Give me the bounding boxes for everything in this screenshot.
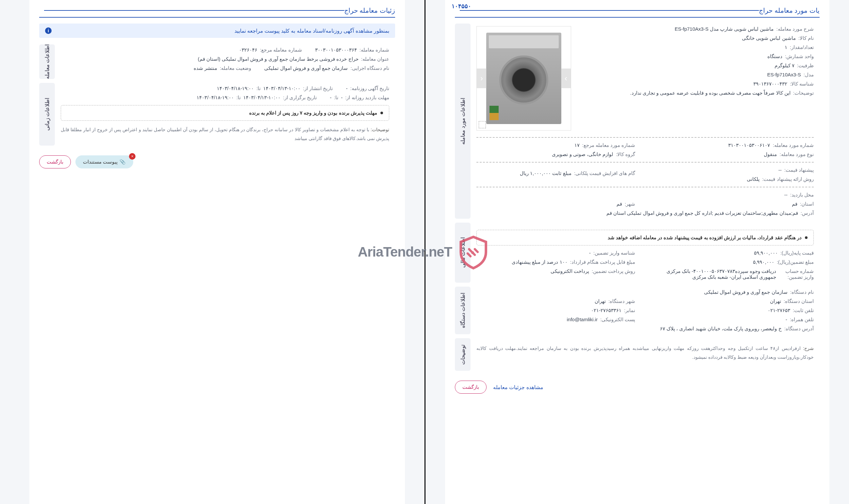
header-line [460,10,759,11]
field: استان دستگاه:تهران [655,298,814,304]
divider [476,137,814,138]
field: وضعیت معامله:منتشر شده [194,65,251,71]
field: تلفن همراه:- [655,317,814,323]
view-details-link[interactable]: مشاهده جزئیات معامله [493,384,543,391]
header-title: زئیات معامله حراج [344,6,395,14]
header-title: یات مورد معامله حراج [759,6,819,14]
bullet-icon [381,112,383,114]
tab-financial: اطلاعات مالی [455,222,471,283]
field: شماره مورد معامله مرجع:۱۷ [476,142,635,148]
tab-item-info: اطلاعات مورد معامله [455,23,471,219]
field: شماره حساب واریز تضمین:دریافت وجوه سپرده… [655,268,814,280]
attach-label: پیوست مستندات [83,159,118,165]
field: تلفن ثابت:۰۲۱-۲۷۶۵۳ [655,307,814,313]
field: روش ارائه پیشنهاد قیمت:پلکانی [655,176,814,182]
page-number: ۱۰۴۵۵۰ [452,3,471,10]
field: گام های افزایش قیمت پلکانی:مبلغ ثابت ۱,۰… [476,170,635,176]
field: تعداد/مقدار:۱ [581,44,814,50]
field: تاریخ انتشار از:۱۴۰۳/۰۴/۱۳-۱۰:۰۰ تا: ۱۴۰… [217,86,333,91]
product-image[interactable]: ‹ › [476,26,571,130]
divider [476,187,814,187]
header-line [44,10,344,11]
field: توضیحات:این کالا صرفاً جهت مصرف شخصی بود… [581,90,814,96]
expand-icon[interactable] [479,121,486,128]
field: نام دستگاه:سازمان جمع آوری و فروش اموال … [476,289,814,295]
field: روش پرداخت تضمین:پرداخت الکترونیکی [476,268,635,274]
deadline-box: مهلت پذیرش برنده بودن و واریز وجه ۷ روز … [61,105,389,121]
banner-text: بمنظور مشاهده آگهی روزنامه/اسناد معامله … [234,28,389,34]
field: پست الکترونیکی:info@tamliki.ir [476,317,635,323]
image-next-icon[interactable]: › [561,69,571,88]
explain-note: شرح: ازفرادیس از۴۸ ساعت ازتکمیل وجه وحدا… [476,344,814,361]
deadline-text: مهلت پذیرش برنده بودن و واریز وجه ۷ روز … [249,110,377,116]
field: مدل:ES-fp710Ax3-S [581,72,814,78]
info-banner: بمنظور مشاهده آگهی روزنامه/اسناد معامله … [39,23,395,38]
field: تاریخ برگزاری از:۱۴۰۳/۰۴/۱۳-۱۰:۰۰ تا: ۱۴… [197,95,317,101]
field: آدرس دستگاه:خ ولیعصر، روبروی پارک ملت، خ… [476,326,814,332]
field: استان:قم [655,201,814,207]
field: مبلغ تضمین(ریال):۵,۹۹۰,۰۰۰ [655,259,814,265]
back-button[interactable]: بازگشت [39,156,71,168]
divider [476,162,814,163]
vat-text: در هنگام عقد قرارداد، مالیات بر ارزش افز… [608,235,802,240]
back-button[interactable]: بازگشت [455,381,487,394]
field: شرح مورد معامله:ماشین لباس شویی شارپ مدل… [581,26,814,32]
section-header-left: زئیات معامله حراج [39,6,395,18]
field: نوع مورد معامله:منقول [655,151,814,157]
field: گروه کالا:لوازم خانگی، صوتی و تصویری [476,151,635,157]
image-prev-icon[interactable]: ‹ [477,69,487,88]
field: نام دستگاه اجرایی:سازمان جمع آوری و فروش… [264,65,389,71]
field: آدرس:قم;میدان مطهری;ساختمان تعزیرات قدیم… [476,210,814,216]
field: قیمت پایه(ریال):۵۹,۹۰۰,۰۰۰ [655,250,814,256]
field: محل بازدید:-- [476,192,814,198]
field: شماره معامله:۳۰۰۳۰۰۱۰۵۳۰۰۰۳۶۴ [315,47,389,53]
tab-explain: توضیحات [455,338,471,371]
field: تاریخ آگهی روزنامه:- [346,86,389,91]
washing-machine-photo [486,33,561,124]
close-badge-icon[interactable]: × [129,153,136,160]
field: عنوان معامله:حراج خرده فروشی برخط سازمان… [61,56,389,62]
attachments-button[interactable]: 📎 پیوست مستندات × [75,156,133,168]
field: شناسه واریز تضمین:- [476,250,635,256]
vat-notice: در هنگام عقد قرارداد، مالیات بر ارزش افز… [476,230,814,246]
field: پیشنهاد قیمت:-- [655,167,814,173]
tab-time: اطلاعات زمانی [39,83,55,145]
section-header-right: یات مورد معامله حراج [455,6,819,18]
time-note: توضیحات: با توجه به اعلام مشخصات و تصاوی… [61,125,389,143]
field: مهلت بازدید روزانه از:- تا: - [330,95,389,101]
info-icon: i [45,28,52,34]
field: نام کالا:ماشین لباس شویی خانگی [581,35,814,41]
field: شهر:قم [476,201,635,207]
field: مبلغ قابل پرداخت هنگام قرارداد:۱۰۰ درصد … [476,259,635,265]
paperclip-icon: 📎 [120,159,126,165]
field: واحد شمارش:دستگاه [581,54,814,59]
tab-org: اطلاعات دستگاه [455,287,471,334]
field: شناسه کالا:۳۹۰۱۳۶۷۰۰۰۴۳۲ [581,81,814,87]
field: شماره معامله مرجع:۰۳۲۶۰۴۶ [239,47,302,53]
field: شهر دستگاه:تهران [476,298,635,304]
tab-transaction: اطلاعات معامله [39,44,55,79]
field: شماره مورد معامله:۳۱۰۳۰۰۱۰۵۳۰۰۶۱۰۷ [655,142,814,148]
field: نمابر:۰۲۱-۲۷۶۵۳۳۶۱ [476,307,635,313]
bullet-icon [805,236,808,239]
field: ظرفیت:۷ کیلوگرم [581,63,814,69]
